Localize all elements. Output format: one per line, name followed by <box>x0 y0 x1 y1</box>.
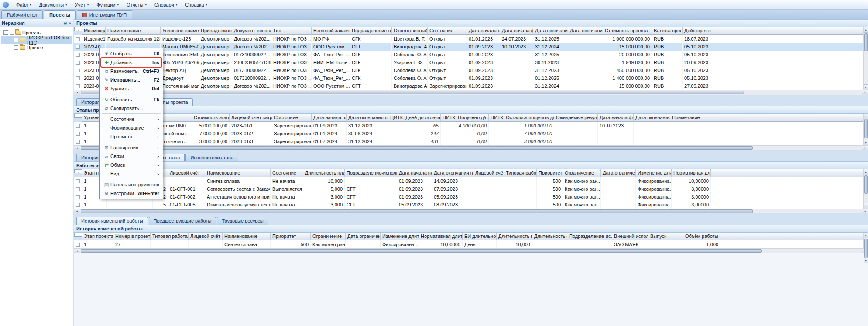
menubar-item-reports[interactable]: Отчёты▾ <box>123 1 151 8</box>
table-row[interactable]: 127Синтез сплава500Как можно ран...Фикси… <box>74 240 868 248</box>
select-all-column-header[interactable]: ✓ <box>74 169 82 173</box>
menubar-item-functions[interactable]: Функции▾ <box>93 1 123 8</box>
context-menu-item-refresh[interactable]: ↻ОбновитьF5 <box>101 95 162 104</box>
tab-preceding-works[interactable]: Предшествующие работы <box>149 217 216 225</box>
scroll-right-icon[interactable]: ▸ <box>862 146 868 150</box>
column-header[interactable]: Дата ограничения <box>346 233 381 240</box>
column-header[interactable]: Дата начала план <box>312 114 347 122</box>
h-scrollbar[interactable]: ◂▸ <box>74 248 868 253</box>
context-menu-item-view[interactable]: Просмотр▸ <box>101 132 162 141</box>
menubar-item-documents[interactable]: Документы▾ <box>35 1 71 8</box>
menubar-item-accounting[interactable]: Учёт▾ <box>71 1 93 8</box>
row-checkbox[interactable] <box>76 187 80 191</box>
row-checkbox[interactable] <box>76 69 80 72</box>
column-header[interactable]: Длительность фак... <box>532 233 567 240</box>
context-menu-item-edit[interactable]: ✎Исправить...F2 <box>101 75 162 84</box>
context-menu-item-delete[interactable]: ✖УдалитьDel <box>101 84 162 93</box>
column-header[interactable]: Объём работы пл... <box>683 233 720 240</box>
column-header[interactable]: Ограничение <box>311 233 346 240</box>
collapse-panel-icon[interactable]: « <box>69 21 71 25</box>
column-header[interactable]: Стоимость проекта <box>603 27 652 35</box>
context-menu-item-state[interactable]: Состояние▸ <box>101 115 162 124</box>
column-header[interactable]: Внешний исполни... <box>612 233 648 240</box>
column-header[interactable]: Длительность пла... <box>497 233 532 240</box>
row-checkbox[interactable] <box>76 243 80 247</box>
column-header[interactable]: Принадлежность <box>199 27 232 35</box>
context-menu-item-extensions[interactable]: ⊞Расширения▸ <box>101 143 162 152</box>
column-header[interactable]: Дата начала факт. <box>500 27 533 35</box>
table-row[interactable]: 2023-04Вектор-АЦДемопример017310000922..… <box>74 66 868 74</box>
row-checkbox[interactable] <box>76 45 80 49</box>
v-scroll-thumb[interactable] <box>864 33 868 51</box>
h-scrollbar[interactable]: ◂▸ <box>74 209 868 213</box>
h-scroll-thumb[interactable] <box>81 146 753 150</box>
row-checkbox[interactable] <box>76 76 80 80</box>
window-tab-pup-instructions[interactable]: Инструкции ПУП <box>77 10 132 19</box>
tab-stage-executors[interactable]: Исполнители этапа <box>185 154 238 161</box>
column-header[interactable]: Примечание <box>670 114 714 122</box>
v-scroll-thumb[interactable] <box>864 175 868 194</box>
column-header[interactable]: Наименование <box>106 27 161 35</box>
column-header[interactable]: Дата окончания план <box>347 114 388 122</box>
column-header[interactable]: Наименование <box>223 233 271 240</box>
column-header[interactable]: Типовая работа <box>151 233 189 240</box>
context-menu-item-add[interactable]: ✚Добавить...Ins <box>101 58 162 67</box>
tab-work-change-history[interactable]: История изменений работы <box>76 217 148 225</box>
row-checkbox[interactable] <box>76 124 80 128</box>
tree-checkbox[interactable] <box>14 45 18 50</box>
window-tab-projects[interactable]: Проекты <box>44 10 76 19</box>
context-menu-item-links[interactable]: ∞Связи▸ <box>101 152 162 161</box>
scroll-up-icon[interactable]: ▴ <box>864 169 868 175</box>
row-checkbox[interactable] <box>76 195 80 199</box>
row-checkbox[interactable] <box>76 53 80 57</box>
h-scroll-thumb[interactable] <box>81 209 753 213</box>
context-menu-item-toolbar-panel[interactable]: ▤Панель инструментов <box>101 180 162 189</box>
select-all-column-header[interactable]: ✓ <box>74 27 82 31</box>
v-scrollbar[interactable]: ▴▾ <box>863 114 868 145</box>
table-row[interactable]: Изделие123Разработка изделия 123Изделие-… <box>74 35 868 43</box>
context-menu-item-filter[interactable]: ▼Отобрать...F6 <box>101 49 162 58</box>
select-all-column-header[interactable]: ✓ <box>74 233 82 237</box>
table-row[interactable]: 1...еденной опыт...7 000 000,002023-01/2… <box>74 130 868 137</box>
menubar-item-file[interactable]: Файл▾ <box>12 1 35 8</box>
scroll-down-icon[interactable]: ▾ <box>864 257 868 263</box>
h-scroll-thumb[interactable] <box>81 249 762 253</box>
tree-item-niokr-goz-no-vat[interactable]: НИОКР по ГОЗ без НДС <box>1 36 72 44</box>
column-header[interactable]: Дата начала план <box>397 169 432 177</box>
table-row[interactable]: 1201-СГТ-002Аттестация основного и приме… <box>74 193 868 201</box>
column-header[interactable]: Дата ограничения <box>601 169 636 177</box>
column-header[interactable]: ЕИ длительности <box>463 233 497 240</box>
column-header[interactable]: Дата окончания план <box>432 169 473 177</box>
column-header[interactable]: ЦИТК. Дней до окончания <box>388 114 441 122</box>
column-header[interactable]: Состояние <box>271 169 303 177</box>
column-header[interactable]: Номер в проекте <box>113 233 151 240</box>
table-row[interactable]: 1201-СГТ-001Согласовать состав с Заказчи… <box>74 185 868 193</box>
table-row[interactable]: 2023-02Технология-ЭМСДемопример017310000… <box>74 51 868 58</box>
table-row[interactable]: 1...й партии ПМ0...5 000 000,002023-01/1… <box>74 122 868 130</box>
scroll-down-icon[interactable]: ▾ <box>864 203 868 209</box>
row-checkbox[interactable] <box>76 84 80 88</box>
tree-checkbox[interactable] <box>10 31 14 35</box>
table-row[interactable]: 2023-01ТПостоянный маг...ДемопримерДогов… <box>74 82 868 90</box>
scroll-up-icon[interactable]: ▴ <box>864 233 868 238</box>
scroll-up-icon[interactable]: ▴ <box>864 27 868 33</box>
row-checkbox[interactable] <box>76 203 80 207</box>
column-header[interactable]: Дата окончания ф... <box>634 114 670 122</box>
column-header[interactable]: Дата начала факт <box>598 114 634 122</box>
column-header[interactable]: Изменение длител... <box>636 169 672 177</box>
column-header[interactable]: Подразделение-от... <box>350 27 392 35</box>
tree-checkbox[interactable] <box>14 38 18 42</box>
table-row[interactable]: 1...ого отчета с ...3 000 000,002023-01/… <box>74 137 868 145</box>
context-menu-item-display[interactable]: Вид▸ <box>101 169 162 178</box>
column-header[interactable]: Условное наимено... <box>161 27 199 35</box>
column-header[interactable]: Лицевой счёт затр... <box>189 233 223 240</box>
column-header[interactable]: Дата начала план. <box>467 27 500 35</box>
h-scrollbar[interactable]: ◂▸ <box>74 145 868 150</box>
scroll-right-icon[interactable]: ▸ <box>862 90 868 95</box>
scroll-down-icon[interactable]: ▾ <box>864 140 868 145</box>
scroll-left-icon[interactable]: ◂ <box>74 209 80 213</box>
scroll-up-icon[interactable]: ▴ <box>864 114 868 120</box>
scroll-left-icon[interactable]: ◂ <box>74 249 80 253</box>
context-menu-item-copy[interactable]: ⧉Скопировать... <box>101 104 162 113</box>
collapse-expander-icon[interactable]: − <box>3 30 8 35</box>
